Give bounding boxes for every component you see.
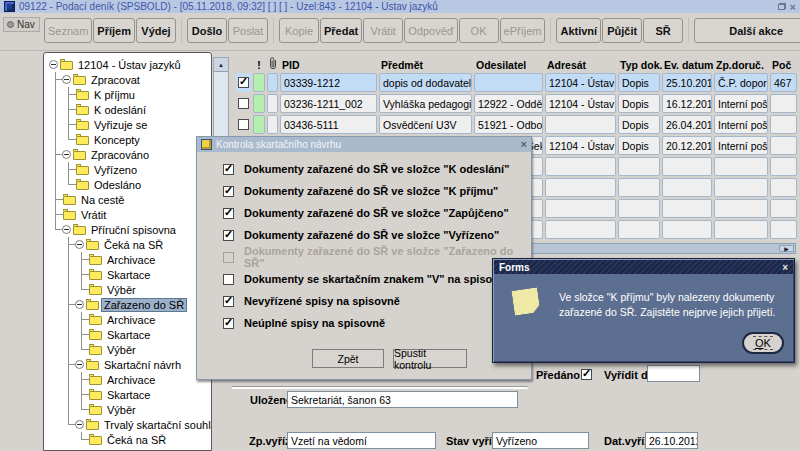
tree-item-trvaly-skartacni-souhlas[interactable]: Trvalý skartační souhlas <box>44 417 211 432</box>
cell-poc[interactable] <box>770 199 797 218</box>
tree-collapse-icon[interactable] <box>62 75 71 84</box>
tree-item-zpracovano[interactable]: Zpracováno <box>44 147 211 162</box>
tree-item-skartace[interactable]: Skartace <box>44 387 211 402</box>
tree-item-odeslano[interactable]: Odesláno <box>44 177 211 192</box>
tree-item-zarazeno-do-sr[interactable]: Zařazeno do SŘ <box>44 297 211 312</box>
cell-zp[interactable] <box>714 199 768 218</box>
tree-item-vyrizeno[interactable]: Vyřízeno <box>44 162 211 177</box>
tree-item-vyrizuje-se[interactable]: Vyřizuje se <box>44 117 211 132</box>
cell-poc[interactable] <box>770 115 797 134</box>
vyridit-do-field[interactable] <box>647 365 700 382</box>
predano-checkbox[interactable] <box>581 369 592 380</box>
table-row[interactable]: 03236-1211_002Vyhláška pedagogické12922 … <box>236 94 797 113</box>
cell-predmet[interactable]: dopis od dodavatele <box>379 73 472 92</box>
tree-item-vyber[interactable]: Výběr <box>44 282 211 297</box>
cell-zp[interactable] <box>714 157 768 176</box>
check-option[interactable]: Dokumenty zařazené do SŘ ve složce "Zařa… <box>197 246 531 268</box>
tree-collapse-icon[interactable] <box>49 60 58 69</box>
tree-collapse-icon[interactable] <box>62 150 71 159</box>
tree-item-na-ceste[interactable]: Na cestě <box>44 192 211 207</box>
cell-ev[interactable]: 26.04.2011 <box>662 115 712 134</box>
tree-item-skartacni-navrh[interactable]: Skartační návrh <box>44 357 211 372</box>
toolbar-button-aktivni[interactable]: Aktivní <box>556 18 601 43</box>
check-option-checkbox[interactable] <box>223 164 234 175</box>
toolbar-button-sr[interactable]: SŘ <box>643 18 683 43</box>
tree-item-vratit[interactable]: Vrátit <box>44 207 211 222</box>
run-check-button[interactable]: Spustit kontrolu <box>393 349 467 368</box>
stav-vyriz-field[interactable]: Vyřízeno <box>492 432 589 449</box>
row-select-cell[interactable] <box>236 115 251 134</box>
check-option-checkbox[interactable] <box>223 318 234 329</box>
cell-adresat[interactable] <box>545 115 616 134</box>
cell-ev[interactable]: 20.12.2010 <box>662 136 712 155</box>
tree-collapse-icon[interactable] <box>75 360 84 369</box>
cell-adresat[interactable] <box>545 199 616 218</box>
tree-item-skartace[interactable]: Skartace <box>44 327 211 342</box>
toolbar-button-predat[interactable]: Předat <box>320 18 362 43</box>
ok-button[interactable]: OK <box>742 332 784 354</box>
check-option[interactable]: Dokumenty zařazené do SŘ ve složce "Vyří… <box>197 224 531 246</box>
check-option-checkbox[interactable] <box>223 274 234 285</box>
cell-adresat[interactable] <box>545 220 616 239</box>
cell-poc[interactable] <box>770 136 797 155</box>
cell-predmet[interactable]: Vyhláška pedagogické <box>379 94 472 113</box>
check-option[interactable]: Dokumenty zařazené do SŘ ve složce "Zapů… <box>197 202 531 224</box>
row-checkbox[interactable] <box>238 77 249 88</box>
row-select-cell[interactable] <box>236 73 251 92</box>
cell-odesilatel[interactable]: 12922 - Oddělení s <box>474 94 543 113</box>
cell-ev[interactable] <box>662 199 712 218</box>
tree-item-prirucni-spisovna[interactable]: Příruční spisovna <box>44 222 211 237</box>
tree-item-skartace[interactable]: Skartace <box>44 267 211 282</box>
cell-typ[interactable] <box>618 199 660 218</box>
cell-ev[interactable]: 25.10.2012 <box>662 73 712 92</box>
nav-button[interactable]: Nav <box>3 17 40 32</box>
cell-adresat[interactable] <box>545 178 616 197</box>
tree-item-vyber[interactable]: Výběr <box>44 342 211 357</box>
cell-pid[interactable]: 03339-1212 <box>280 73 377 92</box>
tree-item-zpracovat[interactable]: Zpracovat <box>44 72 211 87</box>
cell-poc[interactable] <box>770 178 797 197</box>
toolbar-button-vydej[interactable]: Výdej <box>136 18 176 43</box>
cell-typ[interactable] <box>618 220 660 239</box>
tree-item-ceka-na-sr[interactable]: Čeká na SŘ <box>44 237 211 252</box>
cell-typ[interactable]: Dopis <box>618 94 660 113</box>
table-row[interactable]: 03339-1212dopis od dodavatele12104 - Úst… <box>236 73 797 92</box>
cell-adresat[interactable] <box>545 157 616 176</box>
cell-poc[interactable] <box>770 220 797 239</box>
check-dialog-close-icon[interactable]: × <box>521 139 527 150</box>
cell-typ[interactable]: Dopis <box>618 115 660 134</box>
cell-typ[interactable] <box>618 178 660 197</box>
row-select-cell[interactable] <box>236 94 251 113</box>
close-window-icon[interactable]: × <box>790 2 796 12</box>
cell-predmet[interactable]: Osvědčení U3V <box>379 115 472 134</box>
tree-item-archivace[interactable]: Archivace <box>44 312 211 327</box>
cell-zp[interactable]: Interní pošta <box>714 115 768 134</box>
cell-ev[interactable] <box>662 220 712 239</box>
zp-vyriz-field[interactable]: Vzetí na vědomí <box>287 432 436 449</box>
tree-item-k-odeslani[interactable]: K odeslání <box>44 102 211 117</box>
toolbar-button-doslo[interactable]: Došlo <box>187 18 227 43</box>
cell-zp[interactable]: Interní pošta <box>714 94 768 113</box>
cell-typ[interactable] <box>618 157 660 176</box>
tree-collapse-icon[interactable] <box>75 300 84 309</box>
cell-pid[interactable]: 03236-1211_002 <box>280 94 377 113</box>
check-option[interactable]: Neúplné spisy na spisovně <box>197 312 531 334</box>
back-button[interactable]: Zpět <box>312 349 384 368</box>
cell-ev[interactable]: 16.12.2011 <box>662 94 712 113</box>
cell-typ[interactable]: Dopis <box>618 73 660 92</box>
cell-ev[interactable] <box>662 157 712 176</box>
cell-zp[interactable] <box>714 220 768 239</box>
cell-adresat[interactable]: 12104 - Ústav jazy <box>545 136 616 155</box>
forms-dialog-close-icon[interactable]: × <box>782 262 788 273</box>
cell-adresat[interactable]: 12104 - Ústav jazy <box>545 73 616 92</box>
cell-zp[interactable]: Č.P. doporuče <box>714 73 768 92</box>
tree-collapse-icon[interactable] <box>62 225 71 234</box>
row-checkbox[interactable] <box>238 119 249 130</box>
restore-window-icon[interactable] <box>778 3 786 10</box>
check-option-checkbox[interactable] <box>223 230 234 241</box>
check-option-checkbox[interactable] <box>223 208 234 219</box>
tree-item-archivace[interactable]: Archivace <box>44 372 211 387</box>
check-option[interactable]: Dokumenty se skartačním znakem "V" na sp… <box>197 268 531 290</box>
cell-poc[interactable] <box>770 94 797 113</box>
tree-item-ceka-na-sr[interactable]: Čeká na SŘ <box>44 432 211 447</box>
